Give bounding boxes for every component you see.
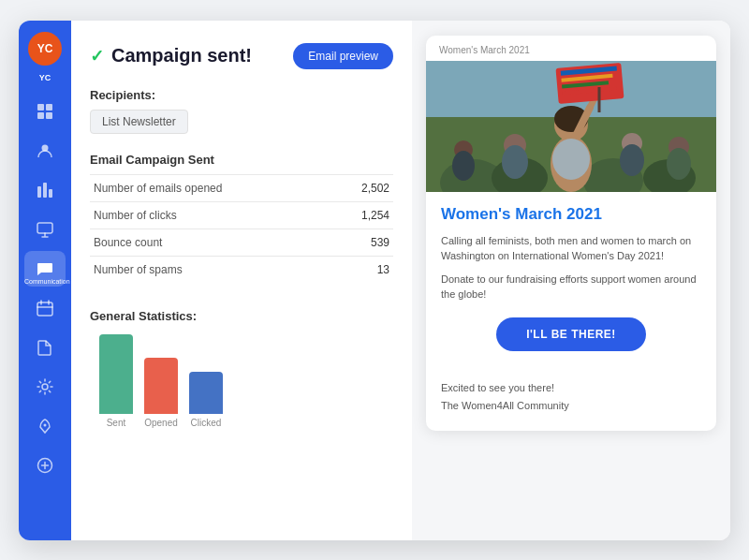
svg-rect-1 — [46, 104, 52, 111]
sidebar-item-dashboard[interactable] — [24, 94, 66, 129]
chart-container: SentOpenedClicked — [90, 334, 393, 428]
chart-bar-label: Clicked — [191, 418, 222, 428]
sidebar-item-contacts[interactable] — [24, 133, 66, 169]
stat-value: 13 — [330, 256, 393, 283]
email-cta-container: I'LL BE THERE! — [441, 317, 701, 351]
email-preview-panel: Women's March 2021 — [412, 21, 730, 540]
chart-bar — [189, 372, 223, 414]
reports-icon — [37, 182, 53, 199]
app-logo-label: YC — [39, 73, 51, 82]
email-hero-image — [426, 61, 716, 192]
app-container: YC YC — [19, 21, 730, 540]
email-card: Women's March 2021 — [426, 36, 716, 432]
svg-rect-3 — [46, 112, 52, 119]
sidebar-item-files[interactable] — [24, 330, 66, 365]
contacts-icon — [37, 142, 53, 159]
campaign-title-text: Campaign sent! — [111, 45, 252, 66]
email-body-para1: Calling all feminists, both men and wome… — [441, 233, 701, 264]
stats-row: Number of emails opened 2,502 — [90, 174, 393, 201]
stats-table: Number of emails opened 2,502 Number of … — [90, 174, 393, 283]
add-icon — [37, 457, 53, 474]
chart-bar-label: Sent — [107, 418, 126, 428]
sidebar-item-screens[interactable] — [24, 212, 66, 247]
communication-icon — [37, 260, 53, 277]
stats-row: Number of spams 13 — [90, 256, 393, 283]
email-card-header: Women's March 2021 — [426, 36, 716, 61]
sidebar-item-communication[interactable]: Communication — [24, 251, 66, 287]
recipients-label: Recipients: — [90, 88, 393, 102]
email-footer: Excited to see you there! The Women4All … — [426, 379, 716, 432]
stat-label: Bounce count — [90, 228, 330, 256]
svg-rect-39 — [426, 61, 716, 192]
svg-rect-2 — [37, 112, 44, 119]
sidebar-item-rocket[interactable] — [24, 408, 66, 444]
recipients-section: Recipients: List Newsletter — [90, 88, 393, 134]
rocket-icon — [37, 418, 53, 435]
svg-rect-9 — [37, 302, 52, 316]
stats-section: Email Campaign Sent Number of emails ope… — [90, 153, 393, 283]
email-body-para2: Donate to our fundraising efforts suppor… — [441, 272, 701, 302]
svg-rect-7 — [49, 189, 52, 198]
svg-rect-8 — [37, 223, 52, 233]
sidebar-item-settings[interactable] — [24, 369, 66, 405]
gear-icon — [37, 378, 53, 395]
campaign-title: ✓ Campaign sent! — [90, 45, 282, 66]
sidebar-item-add[interactable] — [24, 448, 66, 483]
campaign-header: ✓ Campaign sent! Email preview — [90, 43, 393, 69]
chart-bar — [144, 358, 178, 414]
chart-bar — [99, 334, 133, 414]
stat-value: 1,254 — [330, 201, 393, 228]
communication-label: Communication — [24, 278, 66, 285]
grid-icon — [37, 103, 53, 120]
email-body: Women's March 2021 Calling all feminists… — [426, 192, 716, 379]
email-footer-line1: Excited to see you there! — [441, 379, 701, 398]
svg-rect-0 — [37, 104, 44, 111]
general-stats-section: General Statistics: SentOpenedClicked — [90, 309, 393, 428]
email-preview-button[interactable]: Email preview — [293, 43, 393, 69]
general-stats-title: General Statistics: — [90, 309, 393, 323]
stats-section-title: Email Campaign Sent — [90, 153, 393, 167]
chart-bar-label: Opened — [144, 418, 178, 428]
stat-value: 539 — [330, 228, 393, 256]
svg-point-11 — [44, 423, 47, 426]
svg-rect-6 — [43, 183, 47, 198]
chart-bar-group: Sent — [99, 334, 133, 428]
stats-row: Number of clicks 1,254 — [90, 201, 393, 228]
sidebar-item-reports[interactable] — [24, 172, 66, 208]
main-content: ✓ Campaign sent! Email preview Recipient… — [71, 21, 412, 540]
svg-point-10 — [42, 384, 48, 390]
stat-label: Number of clicks — [90, 201, 330, 228]
email-footer-line2: The Women4All Community — [441, 397, 701, 416]
stats-row: Bounce count 539 — [90, 228, 393, 256]
chart-bar-group: Opened — [144, 358, 178, 428]
recipient-list-badge: List Newsletter — [90, 110, 188, 134]
hero-image-svg — [426, 61, 716, 192]
sidebar: YC YC — [19, 21, 71, 540]
check-icon: ✓ — [90, 46, 104, 66]
files-icon — [37, 339, 53, 356]
stat-value: 2,502 — [330, 174, 393, 201]
svg-rect-5 — [37, 186, 41, 198]
email-main-title: Women's March 2021 — [441, 205, 701, 224]
email-cta-button[interactable]: I'LL BE THERE! — [496, 317, 646, 351]
app-logo[interactable]: YC — [28, 32, 62, 66]
sidebar-item-calendar[interactable] — [24, 290, 66, 326]
calendar-icon — [37, 300, 53, 317]
chart-bar-group: Clicked — [189, 372, 223, 428]
stat-label: Number of spams — [90, 256, 330, 283]
screens-icon — [37, 221, 53, 238]
stat-label: Number of emails opened — [90, 174, 330, 201]
